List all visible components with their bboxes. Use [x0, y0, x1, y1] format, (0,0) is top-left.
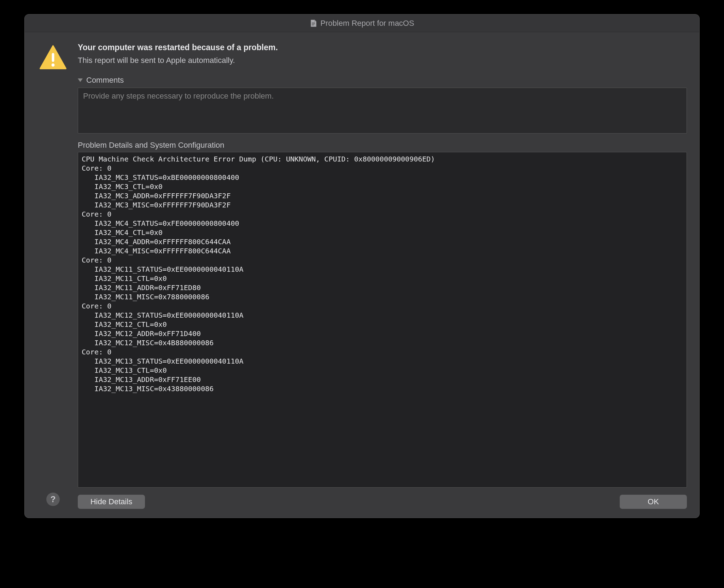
report-subheading: This report will be sent to Apple automa… — [78, 56, 687, 65]
svg-rect-2 — [312, 25, 314, 25]
svg-point-4 — [52, 64, 55, 67]
svg-rect-1 — [312, 24, 315, 24]
ok-button[interactable]: OK — [620, 495, 687, 509]
comments-label: Comments — [86, 76, 124, 85]
report-heading: Your computer was restarted because of a… — [78, 43, 687, 52]
comments-disclosure[interactable]: Comments — [78, 76, 687, 85]
chevron-down-icon — [78, 78, 83, 82]
hide-details-button[interactable]: Hide Details — [78, 495, 145, 509]
document-icon — [310, 20, 317, 27]
help-button[interactable]: ? — [46, 493, 60, 506]
svg-rect-0 — [312, 23, 315, 23]
window-title: Problem Report for macOS — [320, 19, 414, 28]
details-textbox[interactable]: CPU Machine Check Architecture Error Dum… — [78, 152, 687, 488]
problem-report-window: Problem Report for macOS ? Your computer… — [24, 14, 700, 518]
window-titlebar[interactable]: Problem Report for macOS — [25, 14, 699, 32]
warning-icon — [39, 45, 67, 71]
svg-rect-3 — [52, 53, 54, 62]
details-label: Problem Details and System Configuration — [78, 141, 687, 150]
comments-input[interactable] — [78, 88, 687, 134]
